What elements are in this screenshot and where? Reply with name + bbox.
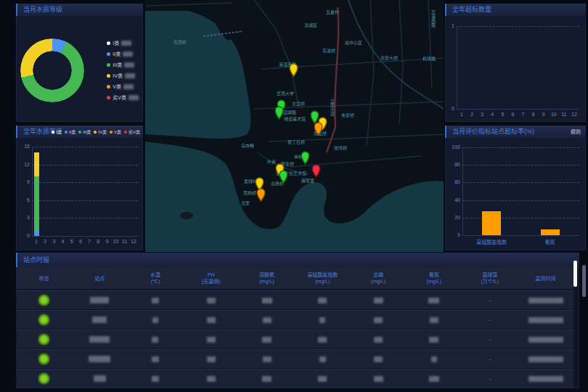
masked-cell bbox=[72, 297, 128, 303]
y-tick-label: 20 bbox=[447, 215, 460, 220]
masked-cell bbox=[407, 337, 462, 343]
status-dot-green bbox=[39, 354, 49, 364]
y-axis-line bbox=[462, 147, 463, 235]
masked-cell bbox=[295, 337, 351, 343]
masked-cell bbox=[128, 298, 184, 303]
masked-cell bbox=[407, 376, 462, 382]
masked-cell bbox=[239, 337, 295, 343]
header-line2: (mg/L) bbox=[351, 278, 407, 285]
header-line1: 水温 bbox=[128, 271, 184, 278]
legend-item: 劣V类 bbox=[107, 94, 139, 101]
annual-grade-chart: 03691215123456789101112 bbox=[16, 138, 143, 250]
table-row[interactable]: - bbox=[16, 290, 573, 309]
masked-value bbox=[528, 376, 563, 382]
map-island bbox=[180, 212, 193, 219]
table-row[interactable]: - bbox=[16, 310, 573, 329]
masked-cell bbox=[239, 317, 295, 323]
masked-cell bbox=[295, 298, 351, 303]
table-scrollbar-thumb[interactable] bbox=[573, 261, 577, 287]
map-label: 滨湖区 bbox=[304, 22, 317, 28]
y-axis-line bbox=[32, 147, 33, 236]
header-cell: 高锰酸盐指数(mg/L) bbox=[295, 271, 351, 285]
table-row[interactable]: - bbox=[16, 330, 573, 348]
masked-value bbox=[374, 376, 383, 382]
masked-value bbox=[374, 298, 383, 303]
map-label: 乌夺畅 bbox=[241, 142, 254, 149]
masked-value bbox=[319, 317, 325, 323]
legend-label: 劣V类 bbox=[113, 94, 126, 101]
header-line2: (无量纲) bbox=[183, 278, 239, 285]
gridline bbox=[32, 218, 138, 219]
header-cell: 状态 bbox=[16, 275, 72, 282]
masked-cell bbox=[518, 337, 573, 343]
legend-value-masked bbox=[121, 41, 131, 46]
masked-value bbox=[94, 375, 106, 382]
map-marker-pin-red[interactable] bbox=[311, 164, 321, 181]
map-marker-pin-green[interactable] bbox=[301, 151, 310, 168]
masked-value bbox=[319, 356, 326, 362]
bar bbox=[541, 229, 560, 235]
map-label: 石皮岭 bbox=[173, 38, 187, 45]
header-line1: 监测时间 bbox=[518, 275, 573, 282]
gridline bbox=[32, 200, 138, 201]
masked-value bbox=[152, 337, 158, 343]
legend-item: IV类 bbox=[107, 72, 139, 79]
masked-value bbox=[428, 298, 439, 303]
header-cell: 蓝绿藻(万个/L) bbox=[462, 271, 518, 285]
masked-value bbox=[528, 356, 563, 362]
exceed-count-panel: 全年超标数量 01123456789101112 bbox=[445, 4, 586, 122]
page-scrollbar-thumb[interactable] bbox=[582, 265, 586, 297]
legend-dot bbox=[107, 96, 110, 99]
table-row[interactable]: - bbox=[16, 349, 573, 368]
map-marker-pin-orange[interactable] bbox=[256, 188, 266, 205]
masked-value bbox=[528, 298, 563, 303]
legend-item: III类 bbox=[78, 128, 91, 135]
legend-item: V类 bbox=[107, 83, 139, 90]
masked-cell bbox=[518, 376, 573, 382]
month-grade-chart: I类II类III类IV类V类劣V类 bbox=[16, 16, 143, 122]
panel-title: 当月水质等级 bbox=[16, 4, 143, 16]
gridline bbox=[462, 182, 579, 183]
map-marker-pin-orange[interactable] bbox=[314, 122, 323, 139]
masked-cell bbox=[239, 356, 295, 362]
legend-item: II类 bbox=[107, 50, 139, 57]
masked-cell bbox=[183, 298, 239, 303]
legend-value-masked bbox=[128, 95, 139, 100]
status-dot-green bbox=[39, 295, 49, 305]
gridline bbox=[462, 165, 579, 166]
map-marker-pin-green[interactable] bbox=[274, 106, 284, 123]
legend-label: V类 bbox=[114, 128, 121, 135]
y-tick-label: 0 bbox=[445, 106, 454, 111]
masked-cell bbox=[407, 298, 462, 303]
legend-dot bbox=[52, 131, 54, 134]
header-line1: 蓝绿藻 bbox=[462, 271, 518, 278]
map-label: 立国大道 bbox=[330, 99, 336, 116]
bar bbox=[482, 211, 501, 235]
masked-value bbox=[262, 376, 271, 382]
legend-value-masked bbox=[123, 52, 133, 57]
legend-dot bbox=[107, 74, 110, 78]
gridline bbox=[462, 147, 579, 148]
masked-cell bbox=[351, 337, 407, 343]
masked-value bbox=[374, 317, 383, 323]
legend-dot bbox=[124, 131, 127, 134]
masked-value bbox=[152, 376, 159, 382]
rules-link[interactable]: 规则 bbox=[571, 126, 581, 138]
table-row[interactable]: - bbox=[16, 369, 573, 388]
header-line2: (mg/L) bbox=[295, 278, 351, 285]
masked-cell bbox=[518, 356, 573, 362]
masked-cell bbox=[72, 375, 128, 382]
table-header: 状态站点水温(℃)PH(无量纲)溶解氧(mg/L)高锰酸盐指数(mg/L)总磷(… bbox=[16, 267, 573, 289]
masked-value bbox=[262, 298, 272, 303]
map-marker-pin-green[interactable] bbox=[279, 170, 288, 187]
bar-segment bbox=[34, 230, 39, 236]
masked-value bbox=[90, 297, 109, 303]
y-tick-label: 6 bbox=[17, 197, 30, 203]
legend-item: V类 bbox=[110, 128, 121, 135]
masked-value bbox=[262, 337, 271, 343]
header-cell: 水温(℃) bbox=[128, 271, 184, 285]
map-marker-pin-yellow[interactable] bbox=[289, 63, 298, 80]
map-label: 芝南大学 bbox=[277, 90, 294, 97]
legend-dot bbox=[78, 131, 81, 134]
stations-map[interactable]: 石皮岭浪漫西路滨湖区五星村高浪西路东进桥晃中心区天安大桥机场路芝南大学北亚桥园湖… bbox=[145, 0, 444, 252]
